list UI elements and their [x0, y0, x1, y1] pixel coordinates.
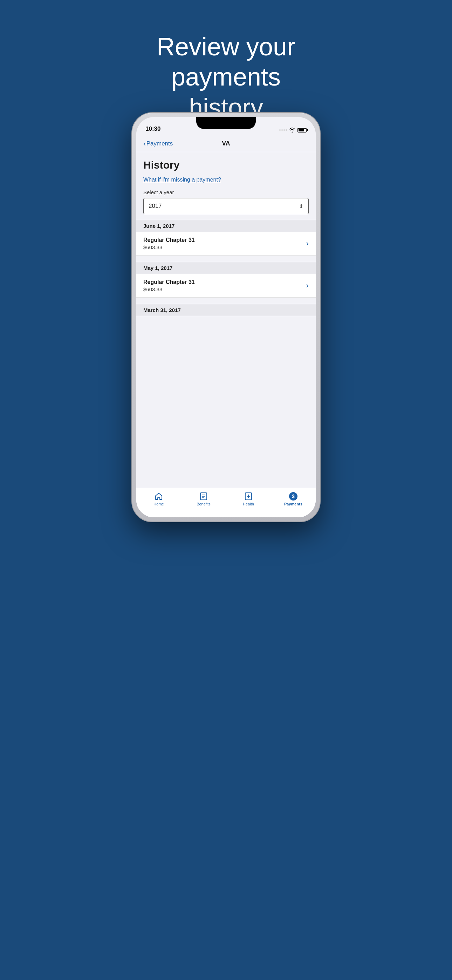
back-chevron-icon: ‹ [143, 140, 146, 148]
section-header-2: May 1, 2017 [136, 262, 316, 274]
signal-icon [279, 129, 287, 131]
tab-home-label: Home [153, 502, 164, 506]
page-background: Review your payments history 10:30 [0, 0, 452, 980]
list-item-1[interactable]: Regular Chapter 31 $603.33 › [136, 232, 316, 256]
content-area: History What if I'm missing a payment? S… [136, 152, 316, 517]
year-select-label: Select a year [143, 189, 309, 195]
battery-icon [298, 128, 307, 132]
year-select-value: 2017 [148, 203, 162, 210]
spacer-1 [136, 256, 316, 262]
section-header-1: June 1, 2017 [136, 220, 316, 232]
headline-text: Review your payments history [105, 32, 347, 123]
tab-health-label: Health [243, 502, 254, 506]
year-select-wrapper: 2017 ⬍ [143, 198, 309, 214]
year-select-arrow-icon: ⬍ [299, 203, 304, 210]
list-item-1-title: Regular Chapter 31 [143, 237, 195, 243]
tab-bar: Home Benefits [136, 488, 316, 517]
list-item-1-content: Regular Chapter 31 $603.33 [143, 237, 195, 250]
phone-frame: 10:30 [131, 112, 321, 522]
back-label: Payments [146, 140, 173, 147]
page-title: History [143, 159, 309, 171]
tab-benefits[interactable]: Benefits [189, 492, 218, 506]
health-icon [244, 492, 253, 501]
list-item-2-chevron-icon: › [306, 281, 309, 290]
tab-payments[interactable]: $ Payments [279, 492, 307, 506]
home-icon [154, 492, 163, 501]
list-item-2-amount: $603.33 [143, 286, 195, 292]
nav-title: VA [222, 140, 230, 147]
tab-health[interactable]: Health [234, 492, 263, 506]
notch [196, 117, 256, 129]
tab-home[interactable]: Home [145, 492, 173, 506]
back-button[interactable]: ‹ Payments [143, 140, 173, 148]
nav-bar: ‹ Payments VA [136, 135, 316, 152]
list-item-2[interactable]: Regular Chapter 31 $603.33 › [136, 274, 316, 298]
benefits-icon [199, 492, 208, 501]
wifi-icon [289, 127, 295, 132]
phone-screen: 10:30 [136, 117, 316, 517]
tab-benefits-label: Benefits [197, 502, 210, 506]
section-header-3: March 31, 2017 [136, 304, 316, 316]
list-item-1-amount: $603.33 [143, 244, 195, 250]
status-time: 10:30 [145, 126, 161, 132]
missing-payment-link[interactable]: What if I'm missing a payment? [143, 177, 309, 183]
year-select-box[interactable]: 2017 ⬍ [143, 198, 309, 214]
spacer-2 [136, 298, 316, 304]
status-icons [279, 127, 307, 132]
remaining-content [136, 316, 316, 488]
list-item-1-chevron-icon: › [306, 239, 309, 248]
list-item-2-content: Regular Chapter 31 $603.33 [143, 279, 195, 292]
tab-payments-label: Payments [284, 502, 302, 506]
page-headline: Review your payments history [0, 32, 452, 123]
payments-icon: $ [289, 492, 298, 501]
content-top: History What if I'm missing a payment? S… [136, 152, 316, 220]
list-item-2-title: Regular Chapter 31 [143, 279, 195, 285]
